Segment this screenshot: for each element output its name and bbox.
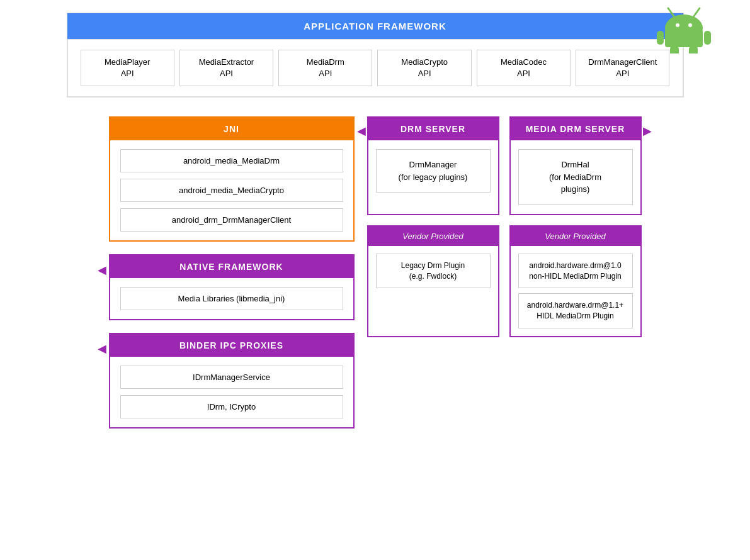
native-framework-arrow: ◀ bbox=[98, 263, 106, 277]
jni-body: android_media_MediaDrm android_media_Med… bbox=[110, 140, 353, 240]
right-columns-wrapper: ◀ DRM SERVER DrmManager(for legacy plugi… bbox=[367, 116, 642, 428]
svg-rect-8 bbox=[670, 46, 679, 53]
jni-item-2: android_media_MediaCrypto bbox=[120, 179, 343, 202]
native-framework-section: ◀ NATIVE FRAMEWORK Media Libraries (libm… bbox=[109, 254, 355, 320]
drm-server-body: DrmManager(for legacy plugins) bbox=[368, 140, 498, 201]
jni-item-3: android_drm_DrmManagerClient bbox=[120, 208, 343, 232]
drm-server-item: DrmManager(for legacy plugins) bbox=[376, 149, 491, 193]
drm-server-arrow: ◀ bbox=[357, 124, 366, 138]
mediadrm-api: MediaDrmAPI bbox=[278, 50, 372, 86]
jni-section: JNI android_media_MediaDrm android_media… bbox=[109, 116, 355, 242]
media-drm-server-header: MEDIA DRM SERVER bbox=[511, 118, 640, 140]
vendor-provided-2-item-2: android.hardware.drm@1.1+HIDL MediaDrm P… bbox=[518, 293, 633, 328]
svg-point-4 bbox=[688, 23, 692, 27]
svg-rect-5 bbox=[665, 30, 703, 47]
mediacrypto-api: MediaCryptoAPI bbox=[377, 50, 471, 86]
left-column: JNI android_media_MediaDrm android_media… bbox=[109, 116, 355, 428]
svg-line-0 bbox=[668, 8, 674, 17]
android-logo bbox=[656, 3, 712, 53]
drmmanagerclient-api: DrmManagerClientAPI bbox=[576, 50, 669, 86]
right-row-bottom: Vendor Provided Legacy Drm Plugin(e.g. F… bbox=[367, 225, 642, 337]
svg-rect-7 bbox=[704, 31, 711, 45]
vendor-provided-1-header: Vendor Provided bbox=[368, 227, 498, 246]
media-drm-server-item: DrmHal(for MediaDrmplugins) bbox=[518, 149, 633, 205]
binder-ipc-section: ◀ BINDER IPC PROXIES IDrmManagerService … bbox=[109, 333, 355, 428]
mediaextractor-api: MediaExtractorAPI bbox=[179, 50, 273, 86]
vendor-provided-1-section: Vendor Provided Legacy Drm Plugin(e.g. F… bbox=[367, 225, 499, 337]
binder-ipc-item-2: IDrm, ICrypto bbox=[120, 395, 343, 418]
vendor-provided-2-item-1: android.hardware.drm@1.0non-HIDL MediaDr… bbox=[518, 254, 633, 289]
media-drm-server-body: DrmHal(for MediaDrmplugins) bbox=[511, 140, 640, 214]
native-framework-header: NATIVE FRAMEWORK bbox=[110, 255, 353, 278]
svg-rect-6 bbox=[657, 31, 664, 45]
svg-line-1 bbox=[693, 8, 700, 17]
binder-ipc-body: IDrmManagerService IDrm, ICrypto bbox=[110, 357, 353, 427]
drm-server-section: ◀ DRM SERVER DrmManager(for legacy plugi… bbox=[367, 116, 499, 215]
vendor-provided-2-body: android.hardware.drm@1.0non-HIDL MediaDr… bbox=[511, 246, 640, 336]
svg-rect-9 bbox=[689, 46, 698, 53]
native-framework-body: Media Libraries (libmedia_jni) bbox=[110, 278, 353, 319]
mediacodec-api: MediaCodecAPI bbox=[477, 50, 571, 86]
vendor-provided-2-header: Vendor Provided bbox=[511, 227, 640, 246]
media-drm-server-arrow: ▶ bbox=[643, 124, 652, 138]
binder-ipc-arrow: ◀ bbox=[98, 342, 106, 356]
drm-server-header: DRM SERVER bbox=[368, 118, 498, 140]
jni-header: JNI bbox=[110, 118, 353, 140]
app-framework-body: MediaPlayerAPI MediaExtractorAPI MediaDr… bbox=[67, 39, 683, 97]
vendor-provided-2-section: Vendor Provided android.hardware.drm@1.0… bbox=[509, 225, 642, 337]
app-framework-header: APPLICATION FRAMEWORK bbox=[67, 13, 683, 39]
vendor-provided-1-body: Legacy Drm Plugin(e.g. Fwdlock) bbox=[368, 246, 498, 296]
native-framework-item-1: Media Libraries (libmedia_jni) bbox=[120, 287, 343, 310]
right-row-top: ◀ DRM SERVER DrmManager(for legacy plugi… bbox=[367, 116, 642, 215]
app-framework-section: APPLICATION FRAMEWORK MediaPlayerAPI Med… bbox=[67, 13, 684, 98]
svg-point-3 bbox=[676, 23, 679, 27]
main-content: JNI android_media_MediaDrm android_media… bbox=[38, 116, 712, 428]
binder-ipc-item-1: IDrmManagerService bbox=[120, 366, 343, 389]
diagram-container: APPLICATION FRAMEWORK MediaPlayerAPI Med… bbox=[0, 0, 750, 560]
media-drm-server-section: ▶ MEDIA DRM SERVER DrmHal(for MediaDrmpl… bbox=[509, 116, 642, 215]
jni-item-1: android_media_MediaDrm bbox=[120, 149, 343, 172]
binder-ipc-header: BINDER IPC PROXIES bbox=[110, 334, 353, 357]
vendor-provided-1-item-1: Legacy Drm Plugin(e.g. Fwdlock) bbox=[376, 254, 491, 289]
mediaplayer-api: MediaPlayerAPI bbox=[81, 50, 174, 86]
